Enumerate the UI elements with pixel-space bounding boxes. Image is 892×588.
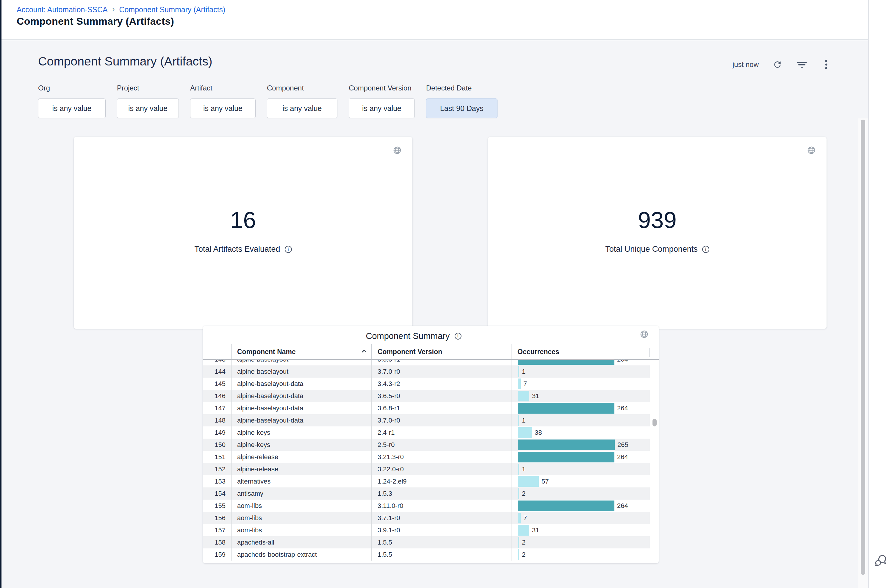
occurrences-bar: [518, 525, 529, 536]
filter-label: Component: [267, 84, 337, 92]
filter-label: Component Version: [349, 84, 415, 92]
dashboard-controls: just now: [733, 58, 832, 71]
last-refreshed-label: just now: [733, 60, 759, 69]
component-version-cell: 2.5-r0: [371, 439, 511, 451]
occurrences-bar: [518, 360, 615, 365]
occurrences-cell: 264: [511, 402, 650, 414]
column-label: Component Name: [237, 348, 296, 356]
row-number-column-header: [203, 344, 231, 359]
component-name-cell: alpine-baselayout: [231, 365, 371, 378]
occurrences-value: 2: [522, 538, 525, 546]
row-number: 145: [203, 378, 231, 390]
header-end-divider: [649, 348, 649, 357]
occurrences-value: 38: [535, 429, 542, 436]
filter-value-button[interactable]: is any value: [267, 99, 337, 118]
globe-icon[interactable]: [640, 330, 649, 339]
occurrences-bar: [518, 501, 615, 511]
table-title: Component Summary: [366, 331, 450, 341]
occurrences-value: 7: [523, 380, 527, 388]
component-name-cell: alpine-release: [231, 463, 371, 475]
occurrences-value: 7: [523, 514, 527, 522]
table-row: 158apacheds-all1.5.52: [203, 536, 650, 548]
component-name-cell: alpine-baselayout-data: [231, 402, 371, 414]
sort-ascending-icon: [362, 350, 367, 354]
occurrences-cell: 57: [511, 475, 650, 488]
occurrences-value: 264: [617, 502, 628, 510]
component-version-cell: 3.21.3-r0: [371, 451, 511, 463]
breadcrumb-page-link[interactable]: Component Summary (Artifacts): [119, 5, 225, 14]
row-number: 152: [203, 463, 231, 475]
occurrences-bar: [518, 440, 615, 450]
filter-value-button[interactable]: is any value: [190, 99, 256, 118]
filter-org: Orgis any value: [38, 84, 106, 118]
table-row: 154antisamy1.5.32: [203, 488, 650, 500]
component-version-cell: 3.7.0-r0: [371, 414, 511, 426]
filter-component: Componentis any value: [267, 84, 337, 118]
occurrences-value: 264: [617, 404, 628, 412]
table-row: 157aom-libs3.9.1-r031: [203, 524, 650, 536]
breadcrumb-account-link[interactable]: Account: Automation-SSCA: [16, 5, 108, 14]
dashboard-actions-menu[interactable]: [821, 59, 832, 70]
occurrences-bar: [518, 415, 519, 426]
page-scrollbar-thumb[interactable]: [861, 120, 865, 575]
table-scrollbar-thumb[interactable]: [652, 418, 657, 426]
filter-label: Project: [117, 84, 179, 92]
component-version-cell: 3.7.1-r0: [371, 512, 511, 524]
filter-icon: [797, 60, 807, 69]
table-row: 150alpine-keys2.5-r0265: [203, 439, 650, 451]
column-header-occurrences[interactable]: Occurrences: [511, 344, 650, 359]
stat-label: Total Unique Components: [605, 244, 698, 254]
row-number: 143: [203, 360, 231, 365]
component-version-cell: 1.5.5: [371, 548, 511, 561]
globe-icon[interactable]: [393, 146, 402, 155]
row-number: 158: [203, 536, 231, 548]
occurrences-bar: [518, 391, 529, 401]
occurrences-value: 31: [532, 392, 539, 400]
column-header-component-name[interactable]: Component Name: [231, 344, 371, 359]
table-row: 149alpine-keys2.4-r138: [203, 426, 650, 439]
component-version-cell: 3.6.8-r1: [371, 360, 511, 365]
component-name-cell: alpine-release: [231, 451, 371, 463]
filter-value-button[interactable]: Last 90 Days: [426, 99, 498, 118]
occurrences-value: 57: [541, 478, 549, 485]
occurrences-value: 264: [617, 453, 628, 461]
table-row: 159apacheds-bootstrap-extract1.5.52: [203, 548, 650, 561]
component-name-cell: alpine-baselayout: [231, 360, 371, 365]
table-row: 155aom-libs3.11.0-r0264: [203, 500, 650, 512]
filter-project: Projectis any value: [117, 84, 179, 118]
occurrences-value: 2: [522, 551, 525, 558]
stat-value: 939: [638, 208, 676, 231]
clipped-table-row: 143alpine-baselayout3.6.8-r1264: [203, 360, 650, 365]
filter-label: Artifact: [190, 84, 256, 92]
refresh-button[interactable]: [772, 59, 783, 70]
filter-value-button[interactable]: is any value: [117, 99, 179, 118]
info-icon[interactable]: i: [702, 246, 709, 253]
tile-total-artifacts-evaluated: 16 Total Artifacts Evaluated i: [74, 137, 412, 329]
tile-total-unique-components: 939 Total Unique Components i: [488, 137, 826, 329]
stat-label: Total Artifacts Evaluated: [194, 244, 280, 254]
row-number: 147: [203, 402, 231, 414]
filter-value-button[interactable]: is any value: [349, 99, 415, 118]
row-number: 155: [203, 500, 231, 512]
info-icon[interactable]: i: [455, 333, 462, 339]
occurrences-bar: [518, 513, 521, 524]
component-version-cell: 3.6.5-r0: [371, 390, 511, 402]
table-row: 156aom-libs3.7.1-r07: [203, 512, 650, 524]
filter-value-button[interactable]: is any value: [38, 99, 106, 118]
kebab-menu-icon: [825, 60, 828, 70]
occurrences-bar: [518, 464, 519, 475]
page-title: Component Summary (Artifacts): [16, 15, 174, 27]
chat-help-button[interactable]: [873, 553, 888, 569]
occurrences-cell: 7: [511, 512, 650, 524]
occurrences-bar: [518, 366, 519, 377]
occurrences-bar: [518, 403, 615, 414]
component-name-cell: aom-libs: [231, 500, 371, 512]
filters-button[interactable]: [796, 59, 808, 70]
component-version-cell: 3.9.1-r0: [371, 524, 511, 536]
column-header-component-version[interactable]: Component Version: [371, 344, 511, 359]
occurrences-value: 265: [618, 441, 628, 449]
table-row: 152alpine-release3.22.0-r01: [203, 463, 650, 475]
globe-icon[interactable]: [807, 146, 816, 155]
component-version-cell: 1.24-2.el9: [371, 475, 511, 488]
info-icon[interactable]: i: [285, 246, 292, 253]
